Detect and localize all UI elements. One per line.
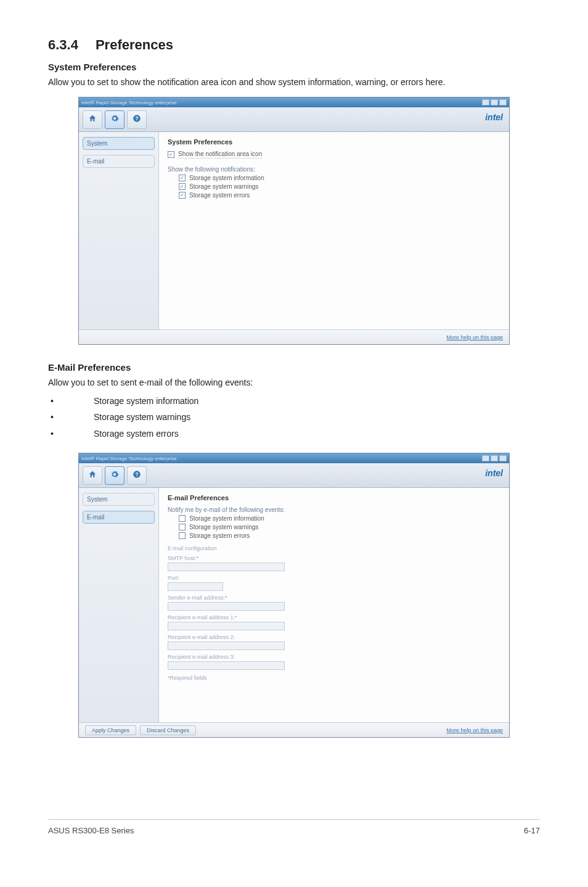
help-button[interactable]: ?	[127, 110, 147, 129]
svg-text:?: ?	[136, 472, 139, 477]
home-button[interactable]	[83, 466, 102, 485]
panel-title: System Preferences	[168, 138, 500, 146]
checkbox-warn[interactable]	[179, 524, 186, 530]
section-heading: 6.3.4Preferences	[48, 37, 540, 53]
rec3-input[interactable]	[168, 661, 285, 670]
checkbox-show-icon[interactable]: ✓	[168, 151, 174, 158]
sender-input[interactable]	[168, 602, 285, 611]
notify-label: Notify me by e-mail of the following eve…	[168, 506, 285, 513]
window-title: Intel® Rapid Storage Technology enterpri…	[81, 456, 177, 461]
checkbox-label: Show the notification area icon	[178, 151, 262, 159]
window-controls[interactable]	[482, 455, 507, 461]
section-number: 6.3.4	[48, 37, 78, 53]
email-screenshot: Intel® Rapid Storage Technology enterpri…	[78, 453, 510, 738]
checkbox-label: Storage system information	[189, 515, 264, 522]
help-icon: ?	[133, 114, 141, 125]
window-footer: Apply Changes Discard Changes More help …	[79, 722, 509, 737]
page-footer: ASUS RS300-E8 Series 6-17	[48, 819, 540, 835]
sidebar-item-email[interactable]: E-mail	[83, 155, 155, 168]
checkbox-err[interactable]	[179, 532, 186, 539]
email-subhead: E-Mail Preferences	[48, 362, 540, 373]
required-note: *Required fields	[168, 675, 500, 681]
sidebar: System E-mail	[79, 488, 159, 722]
main-panel: System Preferences ✓ Show the notificati…	[159, 132, 509, 329]
brand-logo: intel	[485, 468, 503, 478]
email-bullet-list: Storage system information Storage syste…	[48, 393, 540, 442]
brand-logo: intel	[485, 112, 503, 122]
sidebar-item-label: E-mail	[87, 158, 104, 165]
sys-body: Allow you to set to show the notificatio…	[48, 76, 540, 88]
smtp-label: SMTP host:*	[168, 555, 500, 561]
footer-left: ASUS RS300-E8 Series	[48, 826, 134, 835]
more-help-link[interactable]: More help on this page	[446, 334, 503, 340]
list-item: Storage system errors	[48, 426, 540, 442]
more-help-link[interactable]: More help on this page	[446, 727, 503, 733]
sidebar-item-email[interactable]: E-mail	[83, 511, 155, 524]
sidebar-item-system[interactable]: System	[83, 493, 155, 506]
rec1-label: Recipient e-mail address 1:*	[168, 614, 500, 621]
checkbox-info[interactable]: ✓	[179, 175, 186, 181]
email-body: Allow you to set to sent e-mail of the f…	[48, 376, 540, 389]
toolbar: ? intel	[79, 463, 509, 488]
sidebar-item-label: System	[87, 496, 107, 503]
home-icon	[88, 470, 97, 481]
sidebar-item-label: System	[87, 140, 107, 147]
rec1-input[interactable]	[168, 622, 285, 630]
port-label: Port:	[168, 575, 500, 581]
group-label: Show the following notifications:	[168, 166, 255, 173]
footer-right: 6-17	[524, 826, 540, 835]
gear-icon	[110, 470, 119, 481]
checkbox-label: Storage system warnings	[189, 524, 258, 530]
main-panel: E-mail Preferences Notify me by e-mail o…	[159, 488, 509, 722]
sidebar: System E-mail	[79, 132, 159, 329]
checkbox-info[interactable]	[179, 515, 186, 522]
help-icon: ?	[133, 470, 141, 481]
checkbox-label: Storage system information	[189, 175, 264, 181]
checkbox-label: Storage system errors	[189, 192, 250, 199]
list-item: Storage system warnings	[48, 409, 540, 426]
smtp-input[interactable]	[168, 563, 285, 571]
sender-label: Sender e-mail address:*	[168, 595, 500, 601]
window-controls[interactable]	[482, 99, 507, 105]
home-button[interactable]	[83, 110, 102, 129]
checkbox-warn[interactable]: ✓	[179, 183, 186, 190]
section-title: Preferences	[96, 37, 173, 52]
window-footer: More help on this page	[79, 329, 509, 344]
checkbox-label: Storage system errors	[189, 532, 250, 539]
home-icon	[88, 114, 97, 125]
svg-text:?: ?	[136, 116, 139, 122]
port-input[interactable]	[168, 582, 223, 591]
config-section-label: E-mail configuration	[168, 545, 500, 551]
sidebar-item-system[interactable]: System	[83, 137, 155, 150]
rec3-label: Recipient e-mail address 3:	[168, 654, 500, 660]
list-item: Storage system information	[48, 393, 540, 410]
preferences-button[interactable]	[105, 466, 125, 485]
sys-subhead: System Preferences	[48, 62, 540, 72]
apply-button[interactable]: Apply Changes	[85, 725, 136, 735]
checkbox-err[interactable]: ✓	[179, 192, 186, 199]
discard-button[interactable]: Discard Changes	[140, 725, 196, 735]
sys-screenshot: Intel® Rapid Storage Technology enterpri…	[78, 97, 510, 345]
gear-icon	[110, 114, 119, 125]
rec2-input[interactable]	[168, 642, 285, 650]
toolbar: ? intel	[79, 107, 509, 132]
window-title: Intel® Rapid Storage Technology enterpri…	[81, 100, 177, 105]
sidebar-item-label: E-mail	[87, 514, 104, 521]
rec2-label: Recipient e-mail address 2:	[168, 634, 500, 640]
window-titlebar[interactable]: Intel® Rapid Storage Technology enterpri…	[79, 453, 509, 463]
checkbox-label: Storage system warnings	[189, 183, 258, 190]
preferences-button[interactable]	[105, 110, 125, 129]
window-titlebar[interactable]: Intel® Rapid Storage Technology enterpri…	[79, 97, 509, 107]
panel-title: E-mail Preferences	[168, 494, 500, 501]
help-button[interactable]: ?	[127, 466, 147, 485]
